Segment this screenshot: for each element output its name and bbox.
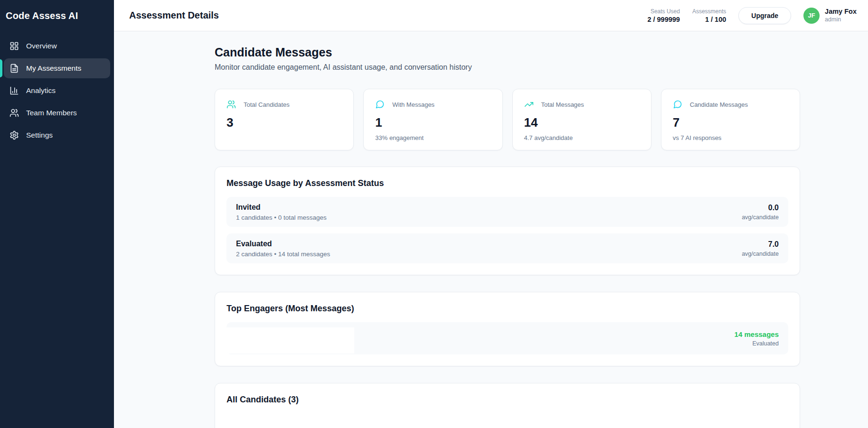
sidebar-item-label: Overview <box>26 42 57 50</box>
usage-status: Evaluated <box>236 240 330 248</box>
avatar: JF <box>803 8 820 24</box>
sidebar-item-label: Settings <box>26 131 53 140</box>
engager-message-count: 14 messages <box>735 330 779 338</box>
top-engagers-title: Top Engagers (Most Messages) <box>226 304 788 314</box>
top-bar: Assessment Details Seats Used 2 / 999999… <box>114 0 868 31</box>
usage-unit: avg/candidate <box>742 214 779 221</box>
sidebar-item-label: Analytics <box>26 86 56 95</box>
stat-label: With Messages <box>392 101 434 108</box>
users-icon <box>226 100 236 109</box>
usage-unit: avg/candidate <box>742 251 779 257</box>
usage-status: Invited <box>236 203 327 212</box>
message-bubble-icon <box>673 100 682 109</box>
page-subtitle: Monitor candidate engagement, AI assista… <box>215 63 800 72</box>
stat-value: 3 <box>226 115 342 130</box>
page-title: Candidate Messages <box>215 46 800 59</box>
stat-value: 14 <box>524 115 640 130</box>
engager-name-blank <box>226 327 354 354</box>
sidebar-item-my-assessments[interactable]: My Assessments <box>4 58 110 78</box>
user-name: Jamy Fox <box>825 8 857 16</box>
active-accent-bar <box>0 59 2 77</box>
stat-subtext: 33% engagement <box>375 134 491 141</box>
seats-used-value: 2 / 999999 <box>647 16 680 23</box>
sidebar-item-overview[interactable]: Overview <box>4 36 110 56</box>
sidebar-item-label: Team Members <box>26 109 77 117</box>
stat-label: Candidate Messages <box>690 101 748 108</box>
stat-value: 1 <box>375 115 491 130</box>
usage-value: 7.0 <box>742 240 779 249</box>
sidebar-item-label: My Assessments <box>26 64 81 73</box>
usage-row-invited: Invited 1 candidates • 0 total messages … <box>226 197 788 227</box>
assessments-label: Assessments <box>692 8 726 15</box>
all-candidates-title: All Candidates (3) <box>226 395 788 405</box>
main-area: Assessment Details Seats Used 2 / 999999… <box>114 0 868 428</box>
stat-value: 7 <box>673 115 788 130</box>
assessments-value: 1 / 100 <box>692 16 726 23</box>
stat-card-total-candidates: Total Candidates 3 <box>215 89 354 150</box>
trending-up-icon <box>524 100 534 109</box>
app-logo: Code Assess AI <box>0 0 114 31</box>
sidebar-item-settings[interactable]: Settings <box>4 125 110 145</box>
stat-card-total-messages: Total Messages 14 4.7 avg/candidate <box>512 89 651 150</box>
stat-subtext: vs 7 AI responses <box>673 134 788 141</box>
usage-value: 0.0 <box>742 204 779 212</box>
grid-icon <box>9 41 19 51</box>
gear-icon <box>9 130 19 140</box>
assessments-quota: Assessments 1 / 100 <box>692 8 726 23</box>
sidebar: Code Assess AI Overview My Assessments A… <box>0 0 114 428</box>
message-usage-card: Message Usage by Assessment Status Invit… <box>215 167 800 275</box>
user-menu[interactable]: JF Jamy Fox admin <box>803 8 857 24</box>
document-icon <box>9 64 19 73</box>
sidebar-item-analytics[interactable]: Analytics <box>4 81 110 101</box>
content-scroll-area[interactable]: Candidate Messages Monitor candidate eng… <box>114 31 868 428</box>
users-icon <box>9 108 19 118</box>
sidebar-nav: Overview My Assessments Analytics Team M… <box>0 31 114 145</box>
seats-used-label: Seats Used <box>647 8 680 15</box>
message-bubble-icon <box>375 100 385 109</box>
page-header-title: Assessment Details <box>129 10 219 21</box>
upgrade-button[interactable]: Upgrade <box>738 7 791 24</box>
usage-detail: 2 candidates • 14 total messages <box>236 251 330 258</box>
top-engagers-card: Top Engagers (Most Messages) 14 messages… <box>215 292 800 366</box>
usage-row-evaluated: Evaluated 2 candidates • 14 total messag… <box>226 233 788 263</box>
user-role: admin <box>825 16 857 23</box>
usage-detail: 1 candidates • 0 total messages <box>236 214 327 221</box>
engager-row: 14 messages Evaluated <box>226 322 788 354</box>
stat-subtext: 4.7 avg/candidate <box>524 134 640 141</box>
stat-cards-row: Total Candidates 3 With Messages 1 33% e… <box>215 89 800 150</box>
sidebar-item-team-members[interactable]: Team Members <box>4 103 110 123</box>
message-usage-title: Message Usage by Assessment Status <box>226 178 788 188</box>
seats-used-quota: Seats Used 2 / 999999 <box>647 8 680 23</box>
stat-label: Total Messages <box>541 101 584 108</box>
engager-status: Evaluated <box>735 340 779 347</box>
bar-chart-icon <box>9 86 19 95</box>
all-candidates-card: All Candidates (3) <box>215 383 800 428</box>
stat-label: Total Candidates <box>244 101 290 108</box>
stat-card-candidate-messages: Candidate Messages 7 vs 7 AI responses <box>661 89 800 150</box>
stat-card-with-messages: With Messages 1 33% engagement <box>363 89 502 150</box>
